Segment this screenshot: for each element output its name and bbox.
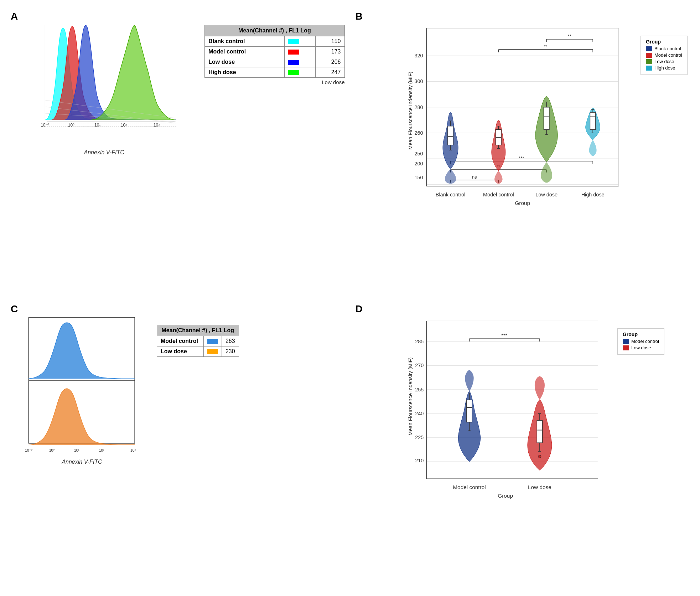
svg-text:Group: Group — [498, 493, 513, 499]
svg-text:200: 200 — [414, 161, 423, 166]
legend-swatch-high — [646, 66, 652, 71]
panel-d-legend: Group Model control Low dose — [617, 328, 664, 355]
panel-a: A — [7, 7, 348, 296]
svg-text:ns: ns — [472, 175, 477, 180]
svg-text:***: *** — [501, 333, 507, 338]
table-row: Blank control 150 — [205, 36, 344, 47]
row-model-label: Model control — [205, 47, 285, 57]
svg-text:255: 255 — [415, 387, 424, 392]
panel-c-table: Mean(Channel #) , FL1 Log Model control … — [157, 325, 239, 357]
panel-d-label: D — [356, 303, 363, 315]
svg-text:10⁰: 10⁰ — [49, 448, 55, 452]
violin-b-svg: 320 300 280 260 250 200 150 Mean Floursc… — [356, 21, 690, 207]
legend-swatch-blank — [646, 46, 652, 51]
panel-d: D 285 270 255 240 225 210 Mean Flourscen… — [352, 300, 693, 589]
table-a-header: Mean(Channel #) , FL1 Log — [205, 25, 344, 36]
svg-text:10⁰: 10⁰ — [68, 123, 74, 128]
panel-a-table-area: Mean(Channel #) , FL1 Log Blank control … — [204, 25, 344, 293]
svg-text:Model control: Model control — [453, 484, 486, 490]
legend-d-label-model: Model control — [631, 339, 659, 344]
svg-text:270: 270 — [415, 363, 424, 368]
svg-text:320: 320 — [414, 53, 423, 58]
svg-text:10²: 10² — [99, 448, 104, 452]
legend-swatch-low — [646, 59, 652, 64]
legend-item: High dose — [646, 65, 682, 71]
panel-b: B 320 300 280 260 250 200 150 Mean Flour… — [352, 7, 693, 296]
svg-text:10¹: 10¹ — [74, 448, 79, 452]
legend-item: Low dose — [623, 345, 659, 350]
svg-text:Mean Flourscence Indensity (MI: Mean Flourscence Indensity (MIF) — [407, 358, 413, 436]
svg-text:10¹: 10¹ — [94, 123, 100, 128]
legend-d-swatch-model — [623, 339, 629, 344]
svg-rect-110 — [537, 421, 542, 443]
svg-text:150: 150 — [414, 175, 423, 180]
row-low-c-label: Low dose — [157, 346, 204, 357]
legend-item: Low dose — [646, 59, 682, 64]
svg-text:280: 280 — [414, 104, 423, 110]
row-low-c-swatch — [203, 346, 222, 357]
panel-a-table: Mean(Channel #) , FL1 Log Blank control … — [204, 25, 344, 78]
row-low-c-value: 230 — [222, 346, 239, 357]
row-model-c-swatch — [203, 336, 222, 346]
row-blank-swatch — [284, 36, 315, 47]
svg-text:260: 260 — [414, 130, 423, 136]
svg-rect-60 — [544, 107, 549, 130]
table-a-footer: Low dose — [204, 78, 344, 85]
panel-a-content: 10⁻⁰ 10⁰ 10¹ 10² 10³ Annexin V-FITC — [11, 11, 345, 293]
svg-text:Blank control: Blank control — [435, 192, 465, 197]
svg-text:Low dose: Low dose — [528, 484, 551, 490]
legend-b-title: Group — [646, 39, 682, 45]
svg-text:250: 250 — [414, 151, 423, 156]
histogram-c-svg: 10⁻⁰ 10⁰ 10¹ 10² 10³ — [11, 314, 146, 457]
svg-text:Model control: Model control — [483, 192, 514, 197]
svg-rect-66 — [590, 112, 595, 129]
legend-d-label-low: Low dose — [631, 345, 651, 350]
panel-a-xaxis: Annexin V-FITC — [11, 149, 197, 156]
legend-item: Model control — [646, 52, 682, 58]
table-row: Low dose 230 — [157, 346, 239, 357]
legend-label-blank: Blank control — [654, 46, 681, 51]
panel-c-label: C — [11, 303, 18, 315]
panel-c: C 10⁻⁰ 10⁰ 10¹ 10² 10³ — [7, 300, 348, 589]
svg-rect-86 — [426, 321, 598, 479]
legend-item: Blank control — [646, 46, 682, 51]
row-high-label: High dose — [205, 67, 285, 78]
svg-point-116 — [538, 455, 541, 458]
svg-text:210: 210 — [415, 458, 424, 463]
svg-text:10²: 10² — [121, 123, 127, 128]
svg-text:10³: 10³ — [130, 448, 136, 452]
table-row: Model control 173 — [205, 47, 344, 57]
row-blank-value: 150 — [315, 36, 344, 47]
svg-text:300: 300 — [414, 78, 423, 84]
panel-b-legend: Group Blank control Model control Low do… — [641, 36, 688, 75]
svg-text:285: 285 — [415, 339, 424, 344]
panel-a-label: A — [11, 11, 18, 22]
svg-text:Group: Group — [515, 200, 530, 206]
svg-text:10³: 10³ — [154, 123, 160, 128]
svg-text:Mean Flourscence Indensity (MI: Mean Flourscence Indensity (MIF) — [407, 72, 413, 150]
svg-text:10⁻⁰: 10⁻⁰ — [41, 123, 49, 128]
table-c-header: Mean(Channel #) , FL1 Log — [157, 325, 239, 336]
panel-c-xaxis: Annexin V-FITC — [18, 459, 146, 465]
svg-text:225: 225 — [415, 435, 424, 440]
main-grid: A — [0, 0, 700, 596]
legend-d-swatch-low — [623, 345, 629, 350]
row-model-c-label: Model control — [157, 336, 204, 346]
table-row: Model control 263 — [157, 336, 239, 346]
row-high-value: 247 — [315, 67, 344, 78]
legend-item: Model control — [623, 339, 659, 344]
row-low-swatch — [284, 57, 315, 67]
row-low-label: Low dose — [205, 57, 285, 67]
svg-text:**: ** — [544, 44, 547, 49]
row-blank-label: Blank control — [205, 36, 285, 47]
row-model-swatch — [284, 47, 315, 57]
table-row: Low dose 206 — [205, 57, 344, 67]
svg-text:High dose: High dose — [581, 192, 604, 197]
svg-text:***: *** — [519, 156, 524, 161]
svg-rect-104 — [466, 400, 472, 422]
table-row: High dose 247 — [205, 67, 344, 78]
row-high-swatch — [284, 67, 315, 78]
row-model-c-value: 263 — [222, 336, 239, 346]
histogram-c-container: 10⁻⁰ 10⁰ 10¹ 10² 10³ Annexin V-FITC — [11, 314, 146, 585]
svg-text:10⁻⁰: 10⁻⁰ — [25, 448, 32, 452]
